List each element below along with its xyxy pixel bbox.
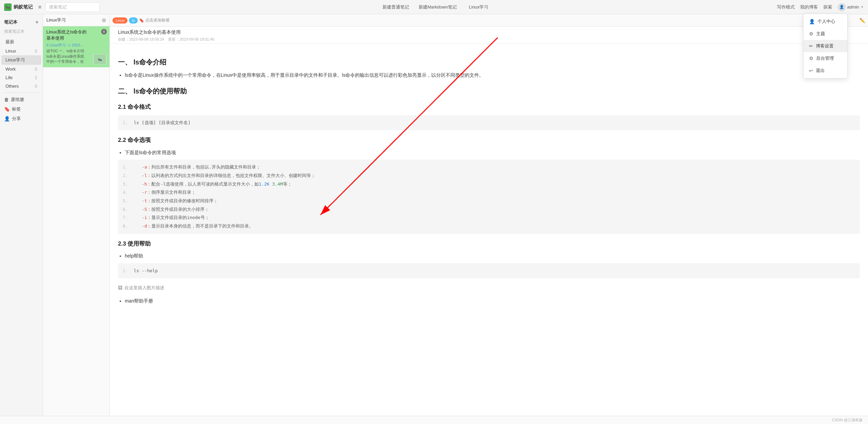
note-list-title: Linux学习 [46, 17, 66, 23]
note-tabs-bar: Linux ls 🔖 点击添加标签 ✏️ [110, 14, 868, 27]
trash-label: 废纸篓 [11, 97, 24, 103]
image-placeholder: 🖼 在这里插入图片描述 [118, 284, 164, 292]
dropdown-item-profile[interactable]: 👤 个人中心 [804, 15, 847, 28]
note-body: 一、 ls命令介绍 ls命令是Linux操作系统中的一个常用命令，在Linux中… [110, 44, 868, 416]
bookmark-icon: 🔖 [139, 18, 144, 23]
sidebar-item-others[interactable]: Others 0 [1, 82, 41, 90]
tag-icon: 🔖 [4, 106, 10, 112]
code-block-options: 1. -a：列出所有文件和目录，包括以.开头的隐藏文件和目录； 2. -l：以列… [118, 160, 860, 234]
sidebar-item-count: 2 [35, 75, 37, 80]
main-layout: 笔记本 + 搜索笔记本 最新 Linux 0 Linux学习 Work 0 Li… [0, 14, 868, 416]
logout-icon: ↩ [809, 68, 813, 73]
sidebar-item-trash[interactable]: 🗑 废纸篓 [0, 95, 43, 104]
search-input[interactable]: 搜索笔记 [45, 2, 100, 12]
note-card-tags: # Linux学习 ☆ 2023... [46, 43, 106, 48]
dropdown-item-admin[interactable]: ⚙ 后台管理 [804, 52, 847, 64]
sidebar-item-count: 0 [35, 84, 37, 89]
avatar: 👤 [838, 3, 846, 11]
add-notebook-button[interactable]: + [35, 19, 39, 25]
sidebar-item-tags[interactable]: 🔖 标签 [0, 104, 43, 114]
dropdown-item-theme[interactable]: ⚙ 主题 [804, 28, 847, 40]
person-icon: 👤 [809, 19, 815, 24]
sidebar-item-share[interactable]: 👤 分享 [0, 114, 43, 123]
sidebar-item-label: Linux学习 [5, 57, 37, 63]
new-normal-note-button[interactable]: 新建普通笔记 [380, 3, 412, 12]
add-tag-label: 点击添加标签 [145, 17, 170, 23]
view-toggle-icon[interactable]: ⊞ [102, 17, 106, 23]
note-created: 创建：2023-09-08 18:58:24 [118, 37, 164, 41]
user-dropdown[interactable]: 👤 admin ▼ [838, 3, 864, 11]
footer-text: CSDN @江湖有缘 [832, 418, 863, 422]
sidebar-divider [4, 92, 39, 93]
note-meta: 创建：2023-09-08 18:58:24 更新：2023-09-08 19:… [118, 37, 860, 42]
sidebar-item-life[interactable]: Life 2 [1, 73, 41, 82]
sidebar-item-label: 最新 [5, 39, 37, 45]
new-markdown-note-button[interactable]: 新建Markdown笔记 [416, 3, 460, 12]
logo-icon: 🐜 [4, 3, 12, 11]
dropdown-label-profile: 个人中心 [818, 18, 835, 25]
note-para-2: 下面是ls命令的常用选项 [125, 148, 860, 157]
write-mode-button[interactable]: 写作模式 [777, 4, 795, 10]
sidebar-item-label: Others [5, 84, 35, 89]
dropdown-item-blog-settings[interactable]: ✏ 博客设置 [804, 40, 847, 52]
image-icon: 🖼 [118, 284, 122, 292]
sidebar-item-count: 0 [35, 67, 37, 72]
dropdown-menu: 👤 个人中心 ⚙ 主题 ✏ 博客设置 ⚙ 后台管理 ↩ 退出 [803, 14, 848, 78]
trash-icon: 🗑 [4, 97, 9, 102]
tag-ls[interactable]: ls [129, 17, 138, 24]
edit-action-icon[interactable]: ✏️ [859, 18, 865, 23]
code-block-format: 1. ls [选项] [目录或文件名] [118, 115, 860, 131]
breadcrumb-separator: · [464, 4, 465, 10]
note-card[interactable]: B Linux系统之ls命令的基本使用 # Linux学习 ☆ 2023... … [43, 26, 109, 68]
app-logo[interactable]: 🐜 蚂蚁笔记 [4, 3, 33, 11]
note-updated: 更新：2023-09-08 19:01:46 [168, 37, 214, 41]
share-label: 分享 [12, 116, 21, 122]
note-h2-3: 2.3 使用帮助 [118, 239, 860, 249]
app-name: 蚂蚁笔记 [14, 4, 33, 10]
sidebar-search: 搜索笔记本 [0, 27, 43, 37]
sidebar-item-count: 0 [35, 49, 37, 54]
note-list-header: Linux学习 ⊞ [43, 14, 109, 26]
add-tag-button[interactable]: 🔖 点击添加标签 [139, 17, 170, 23]
footer: CSDN @江湖有缘 [0, 416, 868, 424]
tags-label: 标签 [12, 106, 21, 112]
username-label: admin [847, 4, 859, 10]
note-para-4: man帮助手册 [125, 297, 860, 305]
note-badge: B [101, 29, 107, 34]
note-content-area: Linux ls 🔖 点击添加标签 ✏️ Linux系统之ls命令的基本使用 创… [110, 14, 868, 416]
note-card-thumbnail: 🐜 [93, 54, 107, 64]
topbar-right: 写作模式 我的博客 探索 👤 admin ▼ [777, 3, 864, 11]
sidebar-notebook-label: 笔记本 [4, 19, 17, 25]
note-h1-1: 一、 ls命令介绍 [118, 56, 860, 68]
note-list-panel: Linux学习 ⊞ B Linux系统之ls命令的基本使用 # Linux学习 … [43, 14, 110, 416]
sidebar: 笔记本 + 搜索笔记本 最新 Linux 0 Linux学习 Work 0 Li… [0, 14, 43, 416]
my-blog-button[interactable]: 我的博客 [800, 4, 818, 10]
sidebar-item-work[interactable]: Work 0 [1, 65, 41, 73]
chevron-down-icon: ▼ [860, 5, 864, 9]
sidebar-item-label: Work [5, 67, 35, 72]
topbar: 🐜 蚂蚁笔记 ≡ 搜索笔记 新建普通笔记 新建Markdown笔记 · Linu… [0, 0, 868, 14]
sidebar-item-label: Life [5, 75, 35, 80]
note-para-1: ls命令是Linux操作系统中的一个常用命令，在Linux中是使用率较高，用于显… [125, 71, 860, 79]
note-title: Linux系统之ls命令的基本使用 [118, 29, 860, 35]
sidebar-item-linux[interactable]: Linux 0 [1, 47, 41, 55]
topbar-center: 新建普通笔记 新建Markdown笔记 · Linux学习 [380, 3, 489, 12]
sidebar-item-linux-study[interactable]: Linux学习 [1, 55, 41, 65]
dropdown-label-theme: 主题 [816, 31, 825, 37]
note-card-title: Linux系统之ls命令的基本使用 [46, 29, 106, 41]
breadcrumb: Linux学习 [469, 4, 488, 10]
sidebar-item-label: Linux [5, 48, 35, 54]
explore-button[interactable]: 探索 [823, 4, 832, 10]
sidebar-item-latest[interactable]: 最新 [1, 37, 41, 47]
dropdown-item-logout[interactable]: ↩ 退出 [804, 64, 847, 77]
tag-linux[interactable]: Linux [113, 17, 128, 24]
note-h2-1: 2.1 命令格式 [118, 102, 860, 113]
note-para-3: help帮助 [125, 252, 860, 260]
note-h2-2: 2.2 命令选项 [118, 135, 860, 146]
dropdown-label-admin: 后台管理 [816, 55, 834, 61]
note-content-header: Linux系统之ls命令的基本使用 创建：2023-09-08 18:58:24… [110, 27, 868, 44]
menu-icon[interactable]: ≡ [38, 4, 41, 10]
code-block-help: 1. ls --help [118, 263, 860, 279]
dropdown-label-blog-settings: 博客设置 [816, 43, 834, 49]
note-h1-2: 二、 ls命令的使用帮助 [118, 85, 860, 97]
